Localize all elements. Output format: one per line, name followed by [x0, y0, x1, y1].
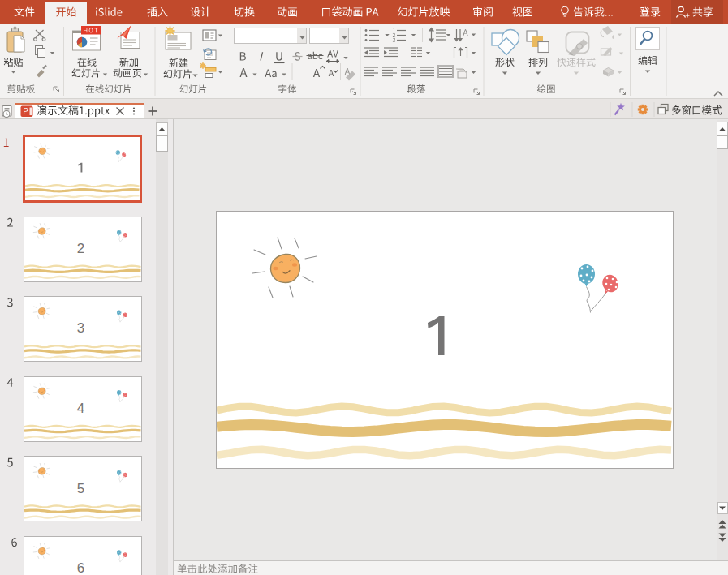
svg-text:4: 4 — [77, 401, 84, 416]
svg-text:3: 3 — [77, 321, 84, 337]
svg-text:2: 2 — [77, 241, 84, 256]
svg-text:6: 6 — [77, 560, 84, 575]
svg-text:5: 5 — [77, 481, 84, 496]
